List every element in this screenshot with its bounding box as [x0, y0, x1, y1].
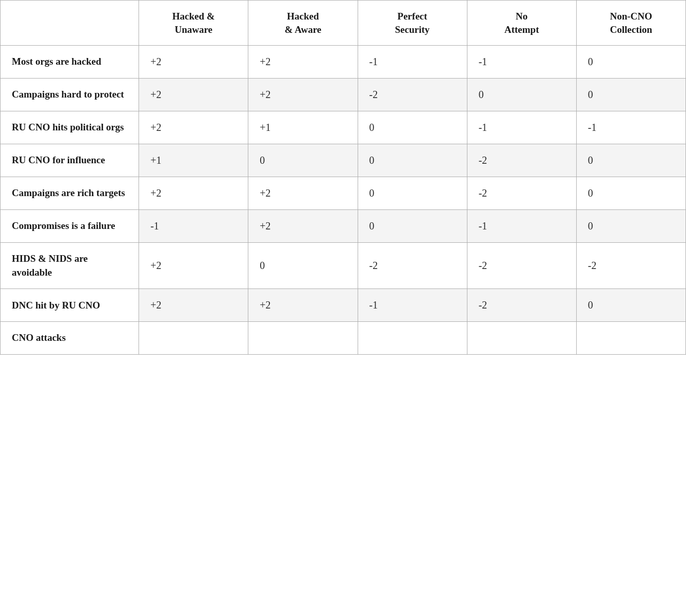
row-label: Campaigns hard to protect	[1, 79, 139, 111]
cell-value: 0	[576, 144, 685, 177]
data-table: Hacked &Unaware Hacked& Aware PerfectSec…	[0, 0, 686, 355]
cell-value: +2	[139, 79, 248, 111]
header-empty	[1, 1, 139, 46]
header-hacked-aware: Hacked& Aware	[248, 1, 358, 46]
cell-value: 0	[467, 79, 576, 111]
cell-value: +2	[139, 177, 248, 210]
cell-value: -2	[467, 289, 576, 322]
cell-value: +2	[248, 46, 358, 79]
cell-value: -1	[467, 111, 576, 144]
table-row: RU CNO hits political orgs+2+10-1-1	[1, 111, 686, 144]
cell-value: 0	[576, 177, 685, 210]
table-row: Compromises is a failure-1+20-10	[1, 210, 686, 243]
table-row: Campaigns hard to protect+2+2-200	[1, 79, 686, 111]
table-row: DNC hit by RU CNO+2+2-1-20	[1, 289, 686, 322]
row-label: RU CNO hits political orgs	[1, 111, 139, 144]
row-label: HIDS & NIDS are avoidable	[1, 243, 139, 289]
header-non-cno: Non-CNOCollection	[576, 1, 685, 46]
cell-value	[467, 322, 576, 355]
cell-value: -1	[358, 289, 467, 322]
cell-value: +2	[248, 177, 358, 210]
row-label: Most orgs are hacked	[1, 46, 139, 79]
cell-value: 0	[576, 289, 685, 322]
cell-value: 0	[248, 243, 358, 289]
cell-value: 0	[576, 79, 685, 111]
cell-value: -2	[358, 243, 467, 289]
cell-value: +1	[248, 111, 358, 144]
table-row: HIDS & NIDS are avoidable+20-2-2-2	[1, 243, 686, 289]
cell-value: 0	[358, 144, 467, 177]
header-hacked-unaware: Hacked &Unaware	[139, 1, 248, 46]
cell-value: +1	[139, 144, 248, 177]
table-row: RU CNO for influence+100-20	[1, 144, 686, 177]
cell-value: +2	[139, 289, 248, 322]
cell-value	[248, 322, 358, 355]
cell-value: 0	[248, 144, 358, 177]
header-no-attempt: NoAttempt	[467, 1, 576, 46]
cell-value: +2	[248, 289, 358, 322]
cell-value: -2	[358, 79, 467, 111]
row-label: RU CNO for influence	[1, 144, 139, 177]
cell-value: -2	[467, 177, 576, 210]
table-row: Most orgs are hacked+2+2-1-10	[1, 46, 686, 79]
main-container: Hacked &Unaware Hacked& Aware PerfectSec…	[0, 0, 686, 616]
cell-value: -1	[358, 46, 467, 79]
row-label: DNC hit by RU CNO	[1, 289, 139, 322]
cell-value: -2	[467, 243, 576, 289]
cell-value: +2	[248, 79, 358, 111]
cell-value: -1	[139, 210, 248, 243]
cell-value: +2	[139, 46, 248, 79]
header-row: Hacked &Unaware Hacked& Aware PerfectSec…	[1, 1, 686, 46]
cell-value: -1	[576, 111, 685, 144]
cell-value: +2	[139, 111, 248, 144]
cell-value: 0	[576, 46, 685, 79]
cell-value: +2	[139, 243, 248, 289]
cell-value	[358, 322, 467, 355]
cell-value: +2	[248, 210, 358, 243]
cell-value: 0	[358, 210, 467, 243]
table-row: Campaigns are rich targets+2+20-20	[1, 177, 686, 210]
cell-value: 0	[358, 111, 467, 144]
cell-value: 0	[358, 177, 467, 210]
cell-value: 0	[576, 210, 685, 243]
cell-value: -1	[467, 46, 576, 79]
cell-value	[139, 322, 248, 355]
row-label: Compromises is a failure	[1, 210, 139, 243]
cell-value: -2	[467, 144, 576, 177]
cell-value: -2	[576, 243, 685, 289]
header-perfect-security: PerfectSecurity	[358, 1, 467, 46]
cell-value: -1	[467, 210, 576, 243]
row-label: Campaigns are rich targets	[1, 177, 139, 210]
table-row: CNO attacks	[1, 322, 686, 355]
cell-value	[576, 322, 685, 355]
row-label: CNO attacks	[1, 322, 139, 355]
